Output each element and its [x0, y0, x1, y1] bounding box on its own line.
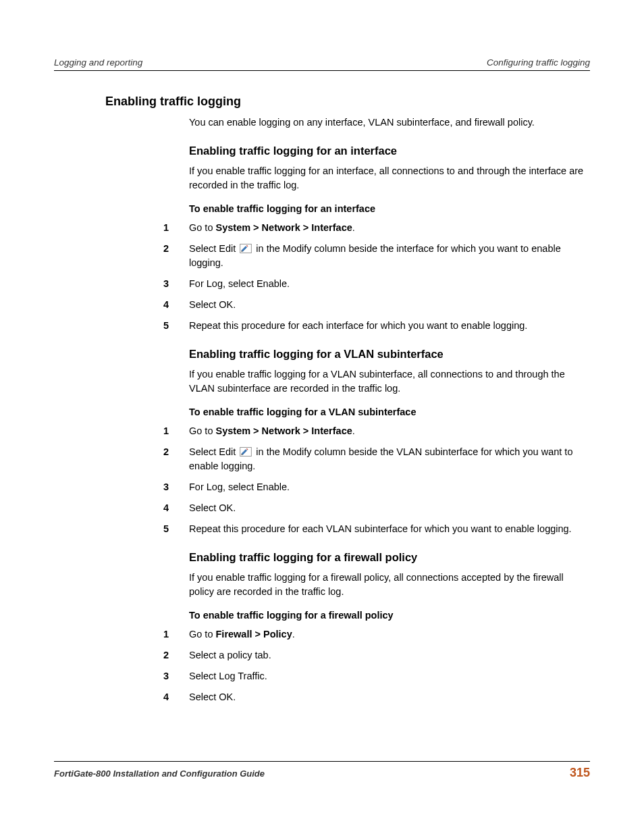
subsection-para: If you enable traffic logging for an int…: [189, 164, 590, 192]
step-text: Go to System > Network > Interface.: [189, 221, 590, 235]
procedure-step: 5Repeat this procedure for each VLAN sub…: [54, 522, 590, 536]
subsection-title: Enabling traffic logging for a firewall …: [189, 551, 590, 564]
subsection-title: Enabling traffic logging for a VLAN subi…: [189, 348, 590, 361]
step-text: Select Log Traffic.: [189, 669, 590, 683]
page-header: Logging and reporting Configuring traffi…: [54, 57, 590, 71]
step-number: 2: [54, 648, 189, 662]
step-number: 5: [54, 522, 189, 536]
procedure-step: 3For Log, select Enable.: [54, 480, 590, 494]
step-number: 2: [54, 242, 189, 270]
procedure-step: 2Select Edit in the Modify column beside…: [54, 445, 590, 473]
procedure-title: To enable traffic logging for an interfa…: [189, 203, 590, 214]
step-number: 4: [54, 298, 189, 312]
step-number: 4: [54, 690, 189, 704]
procedure-title: To enable traffic logging for a firewall…: [189, 610, 590, 621]
page-content: Enabling traffic logging You can enable …: [54, 71, 590, 704]
step-number: 1: [54, 221, 189, 235]
subsection-para: If you enable traffic logging for a VLAN…: [189, 367, 590, 396]
step-text: For Log, select Enable.: [189, 277, 590, 291]
procedure-step: 3Select Log Traffic.: [54, 669, 590, 683]
header-right: Configuring traffic logging: [487, 57, 590, 68]
page-number: 315: [570, 766, 590, 780]
page-footer: FortiGate-800 Installation and Configura…: [54, 761, 590, 780]
procedure-step: 1Go to System > Network > Interface.: [54, 424, 590, 438]
procedure-step: 2Select a policy tab.: [54, 648, 590, 662]
procedure-step: 4Select OK.: [54, 298, 590, 312]
step-text: Select OK.: [189, 690, 590, 704]
step-number: 3: [54, 277, 189, 291]
header-left: Logging and reporting: [54, 57, 142, 68]
step-number: 3: [54, 669, 189, 683]
procedure-step: 2Select Edit in the Modify column beside…: [54, 242, 590, 270]
step-text: Repeat this procedure for each VLAN subi…: [189, 522, 590, 536]
procedure-step: 4Select OK.: [54, 690, 590, 704]
procedure-step: 3For Log, select Enable.: [54, 277, 590, 291]
step-text: Select Edit in the Modify column beside …: [189, 445, 590, 473]
step-number: 4: [54, 501, 189, 515]
edit-icon: [240, 244, 252, 253]
footer-guide-title: FortiGate-800 Installation and Configura…: [54, 768, 265, 779]
procedure-step: 1Go to Firewall > Policy.: [54, 627, 590, 642]
procedure-title: To enable traffic logging for a VLAN sub…: [189, 407, 590, 417]
step-text: Select a policy tab.: [189, 648, 590, 662]
step-text: Repeat this procedure for each interface…: [189, 319, 590, 333]
step-number: 1: [54, 627, 189, 642]
step-text: Go to Firewall > Policy.: [189, 627, 590, 642]
step-text: Go to System > Network > Interface.: [189, 424, 590, 438]
step-text: Select Edit in the Modify column beside …: [189, 242, 590, 270]
step-text: Select OK.: [189, 501, 590, 515]
step-number: 1: [54, 424, 189, 438]
subsection-para: If you enable traffic logging for a fire…: [189, 571, 590, 599]
procedure-step: 4Select OK.: [54, 501, 590, 515]
edit-icon: [240, 447, 252, 457]
step-number: 3: [54, 480, 189, 494]
subsection-title: Enabling traffic logging for an interfac…: [189, 145, 590, 157]
step-number: 5: [54, 319, 189, 333]
section-intro: You can enable logging on any interface,…: [189, 115, 590, 130]
procedure-step: 1Go to System > Network > Interface.: [54, 221, 590, 235]
step-text: Select OK.: [189, 298, 590, 312]
step-text: For Log, select Enable.: [189, 480, 590, 494]
procedure-step: 5Repeat this procedure for each interfac…: [54, 319, 590, 333]
section-title: Enabling traffic logging: [105, 95, 590, 109]
step-number: 2: [54, 445, 189, 473]
